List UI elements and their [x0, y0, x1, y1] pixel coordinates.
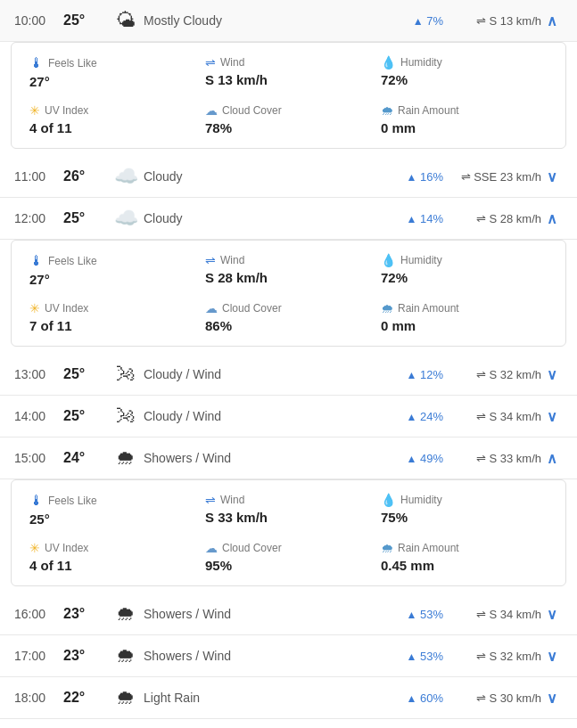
- precipitation: ▲ 49%: [390, 452, 443, 465]
- temperature: 24°: [63, 450, 108, 466]
- uv-icon: ✳: [29, 301, 40, 315]
- condition-text: Cloudy: [144, 169, 390, 184]
- precip-icon: ▲: [406, 692, 416, 705]
- feels-like-item: 🌡 Feels Like 25°: [29, 493, 196, 527]
- feels-like-item: 🌡 Feels Like 27°: [29, 55, 196, 89]
- wind-speed: ⇌ S 32 km/h: [443, 368, 541, 381]
- expand-button[interactable]: ∨: [541, 408, 563, 425]
- expand-button[interactable]: ∧: [541, 450, 563, 467]
- condition-text: Light Rain: [144, 691, 390, 705]
- wind-speed: ⇌ SSE 23 km/h: [443, 170, 541, 184]
- precipitation: ▲ 53%: [390, 608, 443, 621]
- wind-speed: ⇌ S 13 km/h: [443, 14, 541, 28]
- hour-row-1400[interactable]: 14:00 25° 🌬 Cloudy / Wind ▲ 24% ⇌ S 34 k…: [0, 396, 577, 438]
- precipitation: ▲ 53%: [390, 650, 443, 663]
- uv-value: 7 of 11: [29, 318, 196, 333]
- wind-detail-icon: ⇌: [205, 493, 216, 507]
- wind-icon: ⇌: [461, 170, 471, 184]
- wind-icon: ⇌: [476, 368, 486, 381]
- uv-label: ✳ UV Index: [29, 541, 196, 555]
- wind-detail-value: S 13 km/h: [205, 72, 372, 87]
- hour-row-1500[interactable]: 15:00 24° 🌧 Showers / Wind ▲ 49% ⇌ S 33 …: [0, 438, 577, 479]
- time-label: 10:00: [14, 13, 63, 28]
- wind-item: ⇌ Wind S 33 km/h: [205, 493, 372, 527]
- wind-icon: ⇌: [476, 452, 486, 465]
- temperature: 25°: [63, 12, 108, 29]
- weather-icon: 🌬: [108, 405, 144, 428]
- hour-row-1800[interactable]: 18:00 22° 🌧 Light Rain ▲ 60% ⇌ S 30 km/h…: [0, 677, 577, 719]
- condition-text: Cloudy / Wind: [144, 409, 390, 423]
- detail-panel-1500: 🌡 Feels Like 25° ⇌ Wind S 33 km/h 💧 Hu: [11, 479, 566, 586]
- time-label: 18:00: [14, 691, 63, 705]
- time-label: 12:00: [14, 211, 63, 225]
- temperature: 23°: [63, 606, 108, 622]
- rain-label: 🌧 Rain Amount: [381, 301, 548, 315]
- rain-value: 0 mm: [381, 120, 548, 135]
- time-label: 11:00: [14, 169, 63, 184]
- weather-icon: 🌧: [108, 602, 144, 626]
- humidity-icon: 💧: [381, 55, 396, 70]
- cloud-label: ☁ Cloud Cover: [205, 541, 372, 555]
- temperature: 26°: [63, 168, 108, 184]
- precipitation: ▲ 14%: [390, 212, 443, 225]
- hour-row-1900[interactable]: 19:00 22° 🌧 Showers ▲ 47% ⇌ S 27 km/h ∨: [0, 719, 577, 728]
- temperature: 25°: [63, 408, 108, 424]
- hour-row-1100[interactable]: 11:00 26° ☁️ Cloudy ▲ 16% ⇌ SSE 23 km/h …: [0, 156, 577, 198]
- precip-icon: ▲: [406, 453, 416, 465]
- humidity-value: 72%: [381, 72, 548, 87]
- feels-like-label: 🌡 Feels Like: [29, 253, 196, 269]
- rain-icon: 🌧: [381, 103, 393, 118]
- hour-row-1000[interactable]: 10:00 25° 🌤 Mostly Cloudy ▲ 7% ⇌ S 13 km…: [0, 0, 577, 42]
- time-label: 15:00: [14, 451, 63, 465]
- wind-label: ⇌ Wind: [205, 253, 372, 267]
- condition-text: Showers / Wind: [144, 649, 390, 663]
- detail-panel-1200: 🌡 Feels Like 27° ⇌ Wind S 28 km/h 💧 Hu: [11, 240, 566, 347]
- humidity-label: 💧 Humidity: [381, 493, 548, 507]
- wind-icon: ⇌: [476, 212, 486, 225]
- feels-like-value: 27°: [29, 74, 196, 89]
- condition-text: Cloudy / Wind: [144, 367, 390, 381]
- rain-value: 0.45 mm: [381, 558, 548, 573]
- cloud-value: 95%: [205, 558, 372, 573]
- weather-icon: ☁️: [108, 165, 144, 188]
- wind-icon: ⇌: [476, 410, 486, 423]
- cloud-item: ☁ Cloud Cover 95%: [205, 541, 372, 573]
- expand-button[interactable]: ∨: [541, 690, 563, 707]
- hour-row-1600[interactable]: 16:00 23° 🌧 Showers / Wind ▲ 53% ⇌ S 34 …: [0, 593, 577, 635]
- humidity-item: 💧 Humidity 72%: [381, 55, 548, 89]
- hour-row-1300[interactable]: 13:00 25° 🌬 Cloudy / Wind ▲ 12% ⇌ S 32 k…: [0, 354, 577, 396]
- precipitation: ▲ 7%: [390, 14, 443, 28]
- wind-speed: ⇌ S 30 km/h: [443, 691, 541, 705]
- uv-label: ✳ UV Index: [29, 301, 196, 315]
- humidity-icon: 💧: [381, 253, 396, 267]
- weather-icon: 🌬: [108, 363, 144, 386]
- wind-icon: ⇌: [476, 691, 486, 705]
- cloud-item: ☁ Cloud Cover 78%: [205, 103, 372, 135]
- rain-icon: 🌧: [381, 301, 393, 315]
- hour-row-1200[interactable]: 12:00 25° ☁️ Cloudy ▲ 14% ⇌ S 28 km/h ∧: [0, 198, 577, 240]
- time-label: 17:00: [14, 649, 63, 663]
- cloud-item: ☁ Cloud Cover 86%: [205, 301, 372, 333]
- wind-icon: ⇌: [476, 650, 486, 663]
- time-label: 13:00: [14, 367, 63, 381]
- expand-button[interactable]: ∨: [541, 366, 563, 383]
- humidity-value: 75%: [381, 510, 548, 525]
- hour-row-1700[interactable]: 17:00 23° 🌧 Showers / Wind ▲ 53% ⇌ S 32 …: [0, 635, 577, 677]
- wind-label: ⇌ Wind: [205, 55, 372, 70]
- feels-like-label: 🌡 Feels Like: [29, 55, 196, 71]
- humidity-value: 72%: [381, 270, 548, 285]
- expand-button[interactable]: ∨: [541, 648, 563, 665]
- uv-item: ✳ UV Index 7 of 11: [29, 301, 196, 333]
- precip-icon: ▲: [406, 650, 416, 663]
- condition-text: Mostly Cloudy: [144, 13, 390, 28]
- expand-button[interactable]: ∨: [541, 606, 563, 623]
- expand-button[interactable]: ∧: [541, 210, 563, 227]
- uv-item: ✳ UV Index 4 of 11: [29, 103, 196, 135]
- rain-label: 🌧 Rain Amount: [381, 541, 548, 555]
- expand-button[interactable]: ∧: [541, 12, 563, 29]
- rain-label: 🌧 Rain Amount: [381, 103, 548, 118]
- cloud-icon: ☁: [205, 301, 218, 315]
- expand-button[interactable]: ∨: [541, 168, 563, 185]
- weather-icon: ☁️: [108, 207, 144, 230]
- wind-speed: ⇌ S 32 km/h: [443, 650, 541, 663]
